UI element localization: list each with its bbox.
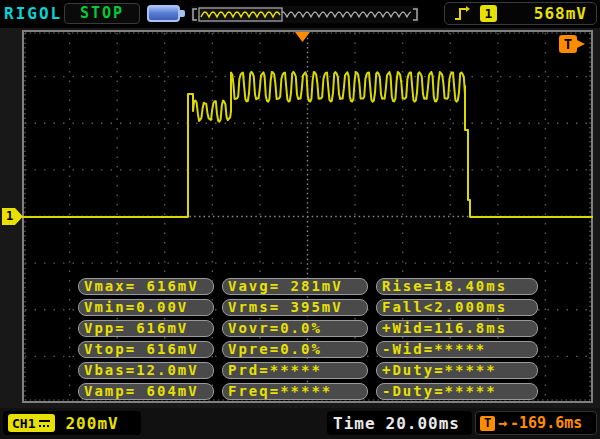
channel1-settings: CH1 200mV (3, 411, 141, 435)
measurement-cell: Vbas=12.0mV (78, 362, 214, 379)
measurement-cell: Prd=***** (222, 362, 368, 379)
measurement-cell: Vmax= 616mV (78, 278, 214, 295)
measurement-row: Vtop= 616mVVpre=0.0%-Wid=***** (78, 341, 538, 358)
waveform-position-bar: T (191, 6, 419, 23)
measurement-row: Vamp= 604mVFreq=*****-Duty=***** (78, 383, 538, 400)
measurement-cell: -Duty=***** (376, 383, 538, 400)
measurements-panel: Vmax= 616mVVavg= 281mVRise=18.40msVmin=0… (78, 278, 538, 400)
battery-icon (147, 5, 180, 22)
trigger-offset-icon: T (480, 416, 495, 431)
measurement-cell: +Wid=116.8ms (376, 320, 538, 337)
channel1-marker-label: 1 (6, 209, 13, 223)
trigger-source-badge: 1 (480, 5, 497, 22)
dc-coupling-icon (38, 418, 51, 429)
run-status-badge: STOP (64, 3, 140, 24)
position-bar-graphic (191, 6, 419, 23)
measurement-row: Vmin=0.00VVrms= 395mVFall<2.000ms (78, 299, 538, 316)
measurement-cell: Fall<2.000ms (376, 299, 538, 316)
measurement-cell: Vovr=0.0% (222, 320, 368, 337)
measurement-cell: Rise=18.40ms (376, 278, 538, 295)
measurement-cell: +Duty=***** (376, 362, 538, 379)
measurement-cell: Vpre=0.0% (222, 341, 368, 358)
measurement-cell: Vrms= 395mV (222, 299, 368, 316)
measurement-cell: Vamp= 604mV (78, 383, 214, 400)
trigger-offset-value: -169.6ms (510, 414, 582, 432)
measurement-cell: Vmin=0.00V (78, 299, 214, 316)
bottom-bar: CH1 200mV Time 20.00ms T → -169.6ms (0, 408, 600, 439)
timebase-value: 20.00ms (386, 414, 460, 433)
channel1-badge-label: CH1 (12, 416, 35, 431)
measurement-row: Vmax= 616mVVavg= 281mVRise=18.40ms (78, 278, 538, 295)
timebase-label: Time (333, 414, 376, 433)
trigger-offset-arrow: → (498, 414, 507, 432)
measurement-row: Vpp= 616mVVovr=0.0%+Wid=116.8ms (78, 320, 538, 337)
channel1-badge: CH1 (8, 414, 55, 432)
channel1-marker: 1 (2, 208, 23, 225)
measurement-cell: -Wid=***** (376, 341, 538, 358)
trigger-offset-display: T → -169.6ms (475, 411, 597, 435)
trigger-info-panel: 1 568mV (444, 2, 597, 25)
rigol-logo: RIGOL (4, 4, 62, 23)
channel1-scale: 200mV (65, 414, 118, 433)
measurement-cell: Vpp= 616mV (78, 320, 214, 337)
rising-edge-trigger-icon (454, 6, 471, 22)
timebase-display: Time 20.00ms (327, 411, 472, 435)
trigger-level-value: 568mV (534, 4, 587, 23)
measurement-row: Vbas=12.0mVPrd=*****+Duty=***** (78, 362, 538, 379)
svg-text:T: T (564, 36, 572, 52)
measurement-cell: Vavg= 281mV (222, 278, 368, 295)
top-bar: RIGOL STOP T 1 568mV (0, 0, 600, 28)
measurement-cell: Freq=***** (222, 383, 368, 400)
measurement-cell: Vtop= 616mV (78, 341, 214, 358)
